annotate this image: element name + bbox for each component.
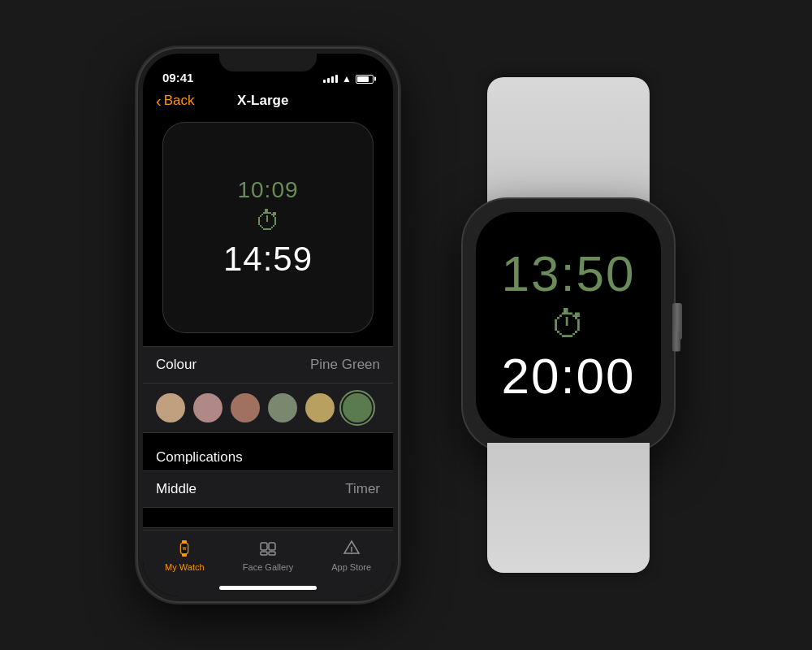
- svg-rect-5: [261, 543, 267, 550]
- color-swatch-warm-tan[interactable]: [156, 393, 185, 422]
- battery-fill: [357, 76, 369, 82]
- tab-face-gallery[interactable]: Face Gallery: [227, 537, 310, 572]
- middle-label: Middle: [156, 481, 197, 497]
- status-time: 09:41: [162, 71, 193, 84]
- nav-title: X-Large: [194, 93, 331, 109]
- apple-watch: 13:50 ⏱ 20:00: [463, 199, 674, 451]
- settings-list: Colour Pine Green Complications: [143, 346, 393, 530]
- watch-face-preview: 10:09 ⏱ 14:59: [162, 122, 374, 333]
- status-icons: ▲: [323, 73, 374, 84]
- watch-side-button: [672, 332, 680, 352]
- color-swatches-row: [143, 384, 393, 433]
- tab-app-store[interactable]: App Store: [309, 537, 393, 572]
- scene: 09:41 ▲ ‹ Ba: [0, 0, 812, 650]
- signal-bars-icon: [323, 75, 338, 83]
- svg-rect-8: [269, 552, 275, 555]
- my-watch-tab-label: My Watch: [165, 562, 205, 572]
- svg-rect-7: [261, 552, 267, 555]
- watch-band-bottom: [487, 443, 650, 573]
- colour-value: Pine Green: [310, 357, 380, 373]
- color-swatch-golden[interactable]: [305, 393, 335, 422]
- signal-bar-1: [323, 80, 326, 83]
- watch-countdown: 20:00: [501, 351, 635, 401]
- app-store-icon: [340, 537, 363, 560]
- back-chevron-icon: ‹: [156, 93, 162, 109]
- nav-bar: ‹ Back X-Large: [143, 89, 393, 115]
- tab-my-watch[interactable]: W My Watch: [143, 537, 227, 572]
- tab-bar: W My Watch Face Gall: [143, 530, 393, 596]
- gap-1: [143, 508, 393, 514]
- wifi-icon: ▲: [342, 73, 352, 84]
- svg-rect-2: [182, 553, 187, 557]
- preview-time-large: 14:59: [223, 240, 313, 279]
- signal-bar-4: [335, 75, 338, 83]
- color-swatch-dusty-rose[interactable]: [193, 393, 222, 422]
- svg-point-10: [351, 552, 352, 554]
- middle-row[interactable]: Middle Timer: [143, 470, 393, 508]
- svg-rect-6: [269, 543, 275, 550]
- app-store-tab-label: App Store: [331, 562, 371, 572]
- svg-rect-1: [182, 540, 187, 544]
- signal-bar-3: [331, 76, 334, 83]
- battery-icon: [356, 75, 374, 84]
- middle-value: Timer: [345, 481, 380, 497]
- preview-time-small: 10:09: [237, 177, 298, 203]
- watch-body: 13:50 ⏱ 20:00: [463, 199, 674, 451]
- color-swatch-terracotta[interactable]: [231, 393, 260, 422]
- back-label: Back: [164, 93, 195, 109]
- iphone-device: 09:41 ▲ ‹ Ba: [138, 49, 398, 601]
- back-button[interactable]: ‹ Back: [156, 93, 194, 109]
- iphone-notch: [219, 49, 317, 72]
- face-gallery-icon: [257, 537, 279, 560]
- colour-row[interactable]: Colour Pine Green: [143, 346, 393, 384]
- color-swatch-pine-green[interactable]: [343, 393, 372, 422]
- color-swatch-sage[interactable]: [268, 393, 297, 422]
- iphone-screen: 09:41 ▲ ‹ Ba: [143, 54, 393, 596]
- watch-time: 13:50: [501, 249, 635, 299]
- colour-label: Colour: [156, 357, 197, 373]
- complications-header-row: Complications: [143, 433, 393, 470]
- watch-preview-container: 10:09 ⏱ 14:59: [143, 115, 393, 346]
- svg-text:W: W: [183, 546, 187, 551]
- watch-band-top: [487, 77, 650, 207]
- signal-bar-2: [327, 78, 330, 83]
- my-watch-icon: W: [173, 537, 196, 560]
- face-gallery-tab-label: Face Gallery: [243, 562, 293, 572]
- watch-screen: 13:50 ⏱ 20:00: [476, 212, 661, 438]
- watch-timer-icon: ⏱: [551, 307, 586, 343]
- home-indicator: [219, 586, 317, 590]
- preview-timer-icon: ⏱: [255, 206, 281, 236]
- complications-header: Complications: [156, 449, 243, 465]
